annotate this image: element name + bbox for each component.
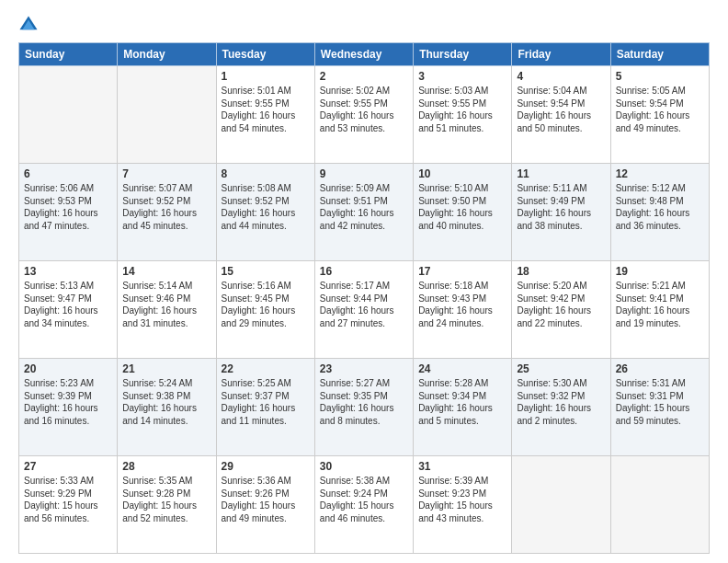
day-info: Sunrise: 5:30 AM Sunset: 9:32 PM Dayligh… bbox=[517, 377, 605, 427]
day-info: Sunrise: 5:38 AM Sunset: 9:24 PM Dayligh… bbox=[320, 475, 408, 524]
weekday-header: Friday bbox=[512, 43, 610, 66]
calendar-cell: 12Sunrise: 5:12 AM Sunset: 9:48 PM Dayli… bbox=[610, 164, 709, 261]
calendar-cell: 17Sunrise: 5:18 AM Sunset: 9:43 PM Dayli… bbox=[414, 261, 512, 359]
calendar-week-row: 1Sunrise: 5:01 AM Sunset: 9:55 PM Daylig… bbox=[19, 66, 710, 164]
calendar-cell: 9Sunrise: 5:09 AM Sunset: 9:51 PM Daylig… bbox=[314, 164, 413, 261]
day-info: Sunrise: 5:06 AM Sunset: 9:53 PM Dayligh… bbox=[24, 182, 112, 232]
calendar-cell: 31Sunrise: 5:39 AM Sunset: 9:23 PM Dayli… bbox=[414, 456, 512, 554]
day-number: 2 bbox=[320, 70, 408, 83]
day-info: Sunrise: 5:28 AM Sunset: 9:34 PM Dayligh… bbox=[418, 377, 506, 427]
calendar-cell: 28Sunrise: 5:35 AM Sunset: 9:28 PM Dayli… bbox=[118, 456, 216, 554]
calendar-cell bbox=[512, 456, 610, 554]
calendar-week-row: 6Sunrise: 5:06 AM Sunset: 9:53 PM Daylig… bbox=[19, 164, 710, 261]
calendar-cell: 8Sunrise: 5:08 AM Sunset: 9:52 PM Daylig… bbox=[216, 164, 314, 261]
day-info: Sunrise: 5:16 AM Sunset: 9:45 PM Dayligh… bbox=[222, 280, 310, 329]
day-number: 27 bbox=[24, 460, 112, 473]
day-number: 20 bbox=[24, 362, 112, 375]
day-info: Sunrise: 5:23 AM Sunset: 9:39 PM Dayligh… bbox=[24, 377, 112, 427]
calendar-week-row: 13Sunrise: 5:13 AM Sunset: 9:47 PM Dayli… bbox=[19, 261, 710, 359]
day-info: Sunrise: 5:20 AM Sunset: 9:42 PM Dayligh… bbox=[517, 280, 605, 329]
calendar-cell bbox=[610, 456, 709, 554]
weekday-header: Sunday bbox=[19, 43, 118, 66]
calendar-cell: 21Sunrise: 5:24 AM Sunset: 9:38 PM Dayli… bbox=[118, 359, 216, 456]
calendar-table: SundayMondayTuesdayWednesdayThursdayFrid… bbox=[18, 42, 710, 554]
header bbox=[18, 15, 710, 35]
calendar-cell: 11Sunrise: 5:11 AM Sunset: 9:49 PM Dayli… bbox=[512, 164, 610, 261]
day-number: 31 bbox=[418, 460, 506, 473]
day-number: 8 bbox=[222, 167, 310, 180]
day-info: Sunrise: 5:35 AM Sunset: 9:28 PM Dayligh… bbox=[122, 475, 210, 524]
day-info: Sunrise: 5:14 AM Sunset: 9:46 PM Dayligh… bbox=[122, 280, 210, 329]
day-info: Sunrise: 5:11 AM Sunset: 9:49 PM Dayligh… bbox=[517, 182, 605, 232]
weekday-header: Wednesday bbox=[314, 43, 413, 66]
calendar-week-row: 27Sunrise: 5:33 AM Sunset: 9:29 PM Dayli… bbox=[19, 456, 710, 554]
day-number: 15 bbox=[222, 265, 310, 278]
calendar-cell: 10Sunrise: 5:10 AM Sunset: 9:50 PM Dayli… bbox=[414, 164, 512, 261]
day-number: 11 bbox=[517, 167, 605, 180]
day-number: 5 bbox=[616, 70, 704, 83]
calendar-cell: 1Sunrise: 5:01 AM Sunset: 9:55 PM Daylig… bbox=[216, 66, 314, 164]
day-info: Sunrise: 5:12 AM Sunset: 9:48 PM Dayligh… bbox=[616, 182, 704, 232]
calendar-cell: 20Sunrise: 5:23 AM Sunset: 9:39 PM Dayli… bbox=[19, 359, 118, 456]
day-number: 16 bbox=[320, 265, 408, 278]
calendar-cell: 6Sunrise: 5:06 AM Sunset: 9:53 PM Daylig… bbox=[19, 164, 118, 261]
calendar-cell: 24Sunrise: 5:28 AM Sunset: 9:34 PM Dayli… bbox=[414, 359, 512, 456]
calendar-cell: 30Sunrise: 5:38 AM Sunset: 9:24 PM Dayli… bbox=[314, 456, 413, 554]
day-number: 28 bbox=[122, 460, 210, 473]
calendar-week-row: 20Sunrise: 5:23 AM Sunset: 9:39 PM Dayli… bbox=[19, 359, 710, 456]
calendar-cell: 26Sunrise: 5:31 AM Sunset: 9:31 PM Dayli… bbox=[610, 359, 709, 456]
day-number: 22 bbox=[222, 362, 310, 375]
day-info: Sunrise: 5:17 AM Sunset: 9:44 PM Dayligh… bbox=[320, 280, 408, 329]
weekday-header: Monday bbox=[118, 43, 216, 66]
day-info: Sunrise: 5:27 AM Sunset: 9:35 PM Dayligh… bbox=[320, 377, 408, 427]
calendar-cell: 14Sunrise: 5:14 AM Sunset: 9:46 PM Dayli… bbox=[118, 261, 216, 359]
calendar-cell: 3Sunrise: 5:03 AM Sunset: 9:55 PM Daylig… bbox=[414, 66, 512, 164]
calendar-cell: 29Sunrise: 5:36 AM Sunset: 9:26 PM Dayli… bbox=[216, 456, 314, 554]
calendar-cell bbox=[118, 66, 216, 164]
day-info: Sunrise: 5:24 AM Sunset: 9:38 PM Dayligh… bbox=[122, 377, 210, 427]
day-info: Sunrise: 5:31 AM Sunset: 9:31 PM Dayligh… bbox=[616, 377, 704, 427]
calendar-cell: 2Sunrise: 5:02 AM Sunset: 9:55 PM Daylig… bbox=[314, 66, 413, 164]
calendar-cell bbox=[19, 66, 118, 164]
day-number: 12 bbox=[616, 167, 704, 180]
calendar-cell: 19Sunrise: 5:21 AM Sunset: 9:41 PM Dayli… bbox=[610, 261, 709, 359]
day-info: Sunrise: 5:10 AM Sunset: 9:50 PM Dayligh… bbox=[418, 182, 506, 232]
day-number: 25 bbox=[517, 362, 605, 375]
day-info: Sunrise: 5:05 AM Sunset: 9:54 PM Dayligh… bbox=[616, 85, 704, 134]
day-number: 24 bbox=[418, 362, 506, 375]
day-number: 18 bbox=[517, 265, 605, 278]
day-info: Sunrise: 5:25 AM Sunset: 9:37 PM Dayligh… bbox=[222, 377, 310, 427]
calendar-cell: 22Sunrise: 5:25 AM Sunset: 9:37 PM Dayli… bbox=[216, 359, 314, 456]
day-number: 6 bbox=[24, 167, 112, 180]
day-number: 21 bbox=[122, 362, 210, 375]
calendar-cell: 27Sunrise: 5:33 AM Sunset: 9:29 PM Dayli… bbox=[19, 456, 118, 554]
day-info: Sunrise: 5:36 AM Sunset: 9:26 PM Dayligh… bbox=[222, 475, 310, 524]
calendar-cell: 7Sunrise: 5:07 AM Sunset: 9:52 PM Daylig… bbox=[118, 164, 216, 261]
day-number: 7 bbox=[122, 167, 210, 180]
day-info: Sunrise: 5:18 AM Sunset: 9:43 PM Dayligh… bbox=[418, 280, 506, 329]
day-number: 4 bbox=[517, 70, 605, 83]
day-number: 19 bbox=[616, 265, 704, 278]
day-info: Sunrise: 5:08 AM Sunset: 9:52 PM Dayligh… bbox=[222, 182, 310, 232]
day-number: 1 bbox=[222, 70, 310, 83]
logo bbox=[18, 15, 42, 35]
page: SundayMondayTuesdayWednesdayThursdayFrid… bbox=[0, 0, 728, 563]
weekday-header: Tuesday bbox=[216, 43, 314, 66]
day-number: 10 bbox=[418, 167, 506, 180]
day-info: Sunrise: 5:02 AM Sunset: 9:55 PM Dayligh… bbox=[320, 85, 408, 134]
day-info: Sunrise: 5:01 AM Sunset: 9:55 PM Dayligh… bbox=[222, 85, 310, 134]
day-number: 9 bbox=[320, 167, 408, 180]
day-number: 17 bbox=[418, 265, 506, 278]
calendar-cell: 15Sunrise: 5:16 AM Sunset: 9:45 PM Dayli… bbox=[216, 261, 314, 359]
day-info: Sunrise: 5:07 AM Sunset: 9:52 PM Dayligh… bbox=[122, 182, 210, 232]
calendar-cell: 18Sunrise: 5:20 AM Sunset: 9:42 PM Dayli… bbox=[512, 261, 610, 359]
day-number: 23 bbox=[320, 362, 408, 375]
calendar-header-row: SundayMondayTuesdayWednesdayThursdayFrid… bbox=[19, 43, 710, 66]
day-info: Sunrise: 5:13 AM Sunset: 9:47 PM Dayligh… bbox=[24, 280, 112, 329]
calendar-cell: 25Sunrise: 5:30 AM Sunset: 9:32 PM Dayli… bbox=[512, 359, 610, 456]
day-number: 30 bbox=[320, 460, 408, 473]
day-info: Sunrise: 5:33 AM Sunset: 9:29 PM Dayligh… bbox=[24, 475, 112, 524]
day-number: 14 bbox=[122, 265, 210, 278]
calendar-cell: 23Sunrise: 5:27 AM Sunset: 9:35 PM Dayli… bbox=[314, 359, 413, 456]
calendar-cell: 5Sunrise: 5:05 AM Sunset: 9:54 PM Daylig… bbox=[610, 66, 709, 164]
